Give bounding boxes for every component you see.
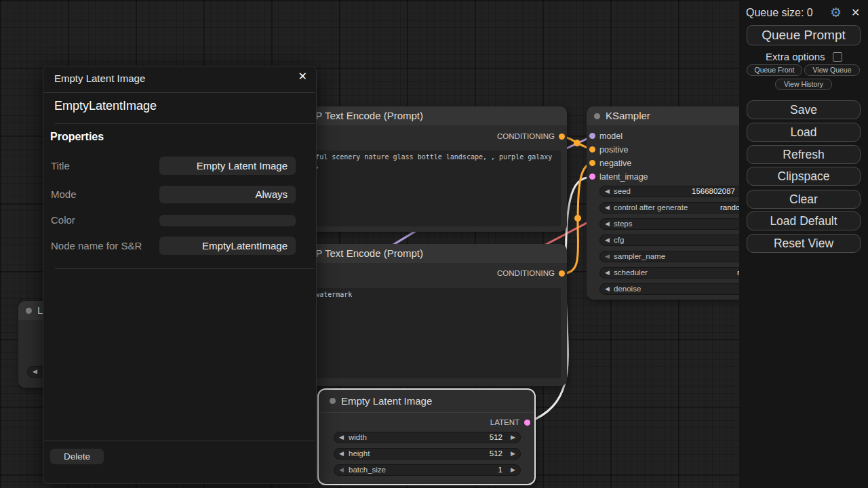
node-status-dot xyxy=(594,113,600,119)
node-title-bar[interactable]: Empty Latent Image xyxy=(319,390,534,413)
conditioning-output-label: CONDITIONING xyxy=(497,269,555,277)
refresh-button[interactable]: Refresh xyxy=(747,145,861,164)
comfy-menu: Queue size: 0 ⚙ ✕ Queue Prompt Extra opt… xyxy=(739,0,868,488)
left-arrow-icon[interactable]: ◀ xyxy=(339,449,344,459)
save-button[interactable]: Save xyxy=(747,100,861,119)
widget-name: cfg xyxy=(614,235,624,245)
node-title: KSampler xyxy=(606,106,650,125)
conditioning-output-slot[interactable] xyxy=(559,270,565,277)
clipspace-button[interactable]: Clipspace xyxy=(747,167,861,186)
right-arrow-icon[interactable]: ▶ xyxy=(511,449,515,459)
delete-button[interactable]: Delete xyxy=(50,449,104,464)
close-icon[interactable]: ✕ xyxy=(851,6,860,19)
close-icon[interactable]: ✕ xyxy=(298,70,307,83)
clear-button[interactable]: Clear xyxy=(747,190,861,209)
view-history-button[interactable]: View History xyxy=(775,79,832,90)
queue-front-button[interactable]: Queue Front xyxy=(747,64,802,76)
left-arrow-icon[interactable]: ◀ xyxy=(605,251,610,262)
extra-options-checkbox[interactable] xyxy=(833,52,842,62)
left-arrow-icon[interactable]: ◀ xyxy=(605,268,610,278)
comfyui-canvas[interactable]: Load Checkpoint ◀ CLIP Text Encode (Prom… xyxy=(0,0,868,488)
left-arrow-icon[interactable]: ◀ xyxy=(605,219,610,229)
title-field[interactable]: Empty Latent Image xyxy=(159,157,296,175)
node-title-bar[interactable]: CLIP Text Encode (Prompt) xyxy=(281,106,567,125)
left-arrow-icon[interactable]: ◀ xyxy=(33,367,37,377)
positive-input-label: positive xyxy=(599,145,628,155)
node-name-field-value: EmptyLatentImage xyxy=(202,237,288,255)
node-type-name: EmptyLatentImage xyxy=(54,99,157,113)
link-dot xyxy=(574,215,581,222)
mode-field[interactable]: Always xyxy=(159,186,296,203)
node-name-field[interactable]: EmptyLatentImage xyxy=(159,237,296,255)
left-arrow-icon[interactable]: ◀ xyxy=(605,284,610,294)
mode-field-value: Always xyxy=(255,186,288,203)
queue-prompt-button[interactable]: Queue Prompt xyxy=(747,25,861,45)
negative-input-label: negative xyxy=(599,159,631,168)
node-title: CLIP Text Encode (Prompt) xyxy=(300,244,423,263)
conditioning-output-label: CONDITIONING xyxy=(497,132,555,140)
node-title: Empty Latent Image xyxy=(341,390,432,412)
latent-output-slot[interactable] xyxy=(524,420,530,426)
left-arrow-icon[interactable]: ◀ xyxy=(339,432,344,443)
positive-input-slot[interactable] xyxy=(589,146,595,152)
widget-name: seed xyxy=(614,186,631,197)
left-arrow-icon[interactable]: ◀ xyxy=(605,235,610,245)
node-clip-text-encode-negative[interactable]: CLIP Text Encode (Prompt) CONDITIONING t… xyxy=(281,244,567,386)
widget-name: denoise xyxy=(614,284,641,294)
widget-name: width xyxy=(349,432,367,443)
positive-prompt-textarea[interactable]: beautiful scenery nature glass bottle la… xyxy=(288,150,561,226)
height-widget[interactable]: ◀ height 512 ▶ xyxy=(334,448,521,460)
widget-name: control after generate xyxy=(614,203,688,213)
widget-value: 1566802087 xyxy=(692,186,735,197)
node-empty-latent-image[interactable]: Empty Latent Image LATENT ◀ width 512 ▶ … xyxy=(317,388,536,485)
width-widget[interactable]: ◀ width 512 ▶ xyxy=(334,432,521,443)
gear-icon[interactable]: ⚙ xyxy=(830,5,842,20)
node-clip-text-encode-positive[interactable]: CLIP Text Encode (Prompt) CONDITIONING b… xyxy=(281,106,567,232)
batch-size-widget[interactable]: ◀ batch_size 1 ▶ xyxy=(334,464,521,476)
node-name-field-label: Node name for S&R xyxy=(51,237,142,255)
model-input-slot[interactable] xyxy=(589,133,595,139)
negative-prompt-textarea[interactable]: text, watermark xyxy=(288,288,561,378)
queue-size-label: Queue size: 0 xyxy=(746,7,813,19)
node-title-bar[interactable]: CLIP Text Encode (Prompt) xyxy=(281,244,567,263)
node-status-dot xyxy=(26,308,32,314)
dialog-title: Empty Latent Image xyxy=(54,70,145,87)
load-button[interactable]: Load xyxy=(747,123,861,142)
left-arrow-icon[interactable]: ◀ xyxy=(605,186,610,197)
right-arrow-icon[interactable]: ▶ xyxy=(511,432,515,443)
widget-name: height xyxy=(349,449,370,459)
load-default-button[interactable]: Load Default xyxy=(747,211,861,230)
link-dot xyxy=(574,140,580,146)
right-arrow-icon[interactable]: ▶ xyxy=(511,465,515,475)
widget-name: scheduler xyxy=(614,268,648,278)
widget-value: 512 xyxy=(490,432,502,443)
negative-input-slot[interactable] xyxy=(589,160,595,166)
mode-field-label: Mode xyxy=(51,186,77,203)
model-input-label: model xyxy=(599,131,623,141)
widget-name: batch_size xyxy=(349,465,386,475)
node-status-dot xyxy=(330,398,336,404)
latent-output-label: LATENT xyxy=(490,418,519,426)
widget-value: 512 xyxy=(490,449,502,459)
widget-name: steps xyxy=(614,219,633,229)
left-arrow-icon[interactable]: ◀ xyxy=(605,203,610,213)
extra-options-label: Extra options xyxy=(766,51,825,62)
widget-value: 1 xyxy=(498,465,502,475)
reset-view-button[interactable]: Reset View xyxy=(747,234,861,253)
node-properties-dialog: Empty Latent Image ✕ EmptyLatentImage Pr… xyxy=(43,66,317,484)
latent-image-input-label: latent_image xyxy=(599,172,648,182)
latent-image-input-slot[interactable] xyxy=(589,174,595,180)
view-queue-button[interactable]: View Queue xyxy=(804,64,860,76)
widget-name: sampler_name xyxy=(614,251,665,262)
title-field-label: Title xyxy=(51,157,70,175)
title-field-value: Empty Latent Image xyxy=(197,157,288,175)
color-field-label: Color xyxy=(51,211,75,229)
properties-section-title: Properties xyxy=(50,131,104,143)
node-title: CLIP Text Encode (Prompt) xyxy=(300,106,423,125)
conditioning-output-slot[interactable] xyxy=(559,134,565,140)
color-field[interactable] xyxy=(159,215,296,226)
left-arrow-icon[interactable]: ◀ xyxy=(339,465,344,475)
